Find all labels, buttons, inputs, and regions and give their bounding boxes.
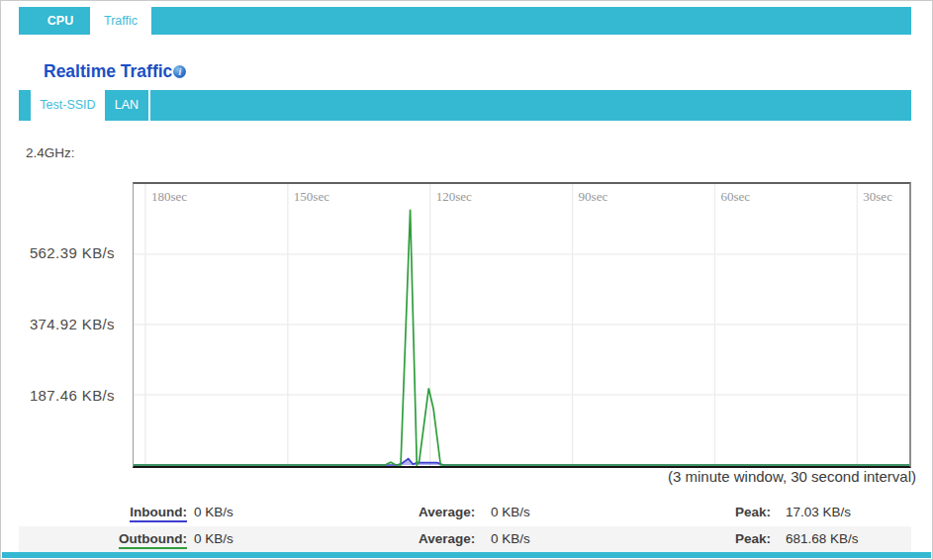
inbound-label-text: Inbound: <box>130 505 187 522</box>
y-axis-tick-label: 562.39 KB/s <box>1 244 115 261</box>
page: CPU Traffic Realtime Traffici Test-SSID … <box>0 0 933 560</box>
outbound-label-text: Outbound: <box>119 531 187 549</box>
svg-text:90sec: 90sec <box>579 189 608 204</box>
svg-text:60sec: 60sec <box>720 189 750 204</box>
y-axis-tick-label: 374.92 KB/s <box>1 316 115 332</box>
inbound-average-label: Average: <box>419 500 475 525</box>
subtab-lan[interactable]: LAN <box>105 90 150 121</box>
traffic-chart: 180sec150sec120sec90sec60sec30sec <box>133 182 911 468</box>
outbound-label: Outbound: <box>19 526 187 552</box>
subtab-test-ssid[interactable]: Test-SSID <box>31 90 105 121</box>
info-icon[interactable]: i <box>173 65 186 78</box>
inbound-average-value: 0 KB/s <box>491 500 530 525</box>
sub-tab-bar: Test-SSID LAN <box>19 90 911 121</box>
bottom-accent-bar <box>2 552 931 558</box>
svg-text:120sec: 120sec <box>436 189 472 204</box>
svg-text:30sec: 30sec <box>863 189 892 204</box>
inbound-peak-label: Peak: <box>735 500 771 525</box>
tab-cpu[interactable]: CPU <box>31 7 90 35</box>
chart-window-caption: (3 minute window, 30 second interval) <box>668 468 916 485</box>
traffic-chart-canvas: 180sec150sec120sec90sec60sec30sec <box>134 184 909 466</box>
y-axis-tick-label: 187.46 KB/s <box>1 387 115 404</box>
svg-text:150sec: 150sec <box>294 189 329 204</box>
inbound-label: Inbound: <box>19 500 187 525</box>
page-title: Realtime Traffici <box>44 61 186 82</box>
stats-row-outbound: Outbound: 0 KB/s Average: 0 KB/s Peak: 6… <box>19 526 911 552</box>
top-tab-bar: CPU Traffic <box>19 7 911 35</box>
stats-row-inbound: Inbound: 0 KB/s Average: 0 KB/s Peak: 17… <box>19 500 911 525</box>
band-label-2-4ghz: 2.4GHz: <box>26 145 75 160</box>
svg-text:180sec: 180sec <box>151 189 187 204</box>
outbound-peak-label: Peak: <box>735 526 771 552</box>
outbound-average-label: Average: <box>419 526 475 552</box>
outbound-average-value: 0 KB/s <box>491 526 530 552</box>
outbound-current-value: 0 KB/s <box>194 526 233 552</box>
page-title-text: Realtime Traffic <box>44 61 172 81</box>
tab-traffic[interactable]: Traffic <box>90 7 151 35</box>
inbound-current-value: 0 KB/s <box>194 500 233 525</box>
outbound-peak-value: 681.68 KB/s <box>786 526 859 552</box>
inbound-peak-value: 17.03 KB/s <box>786 500 851 525</box>
